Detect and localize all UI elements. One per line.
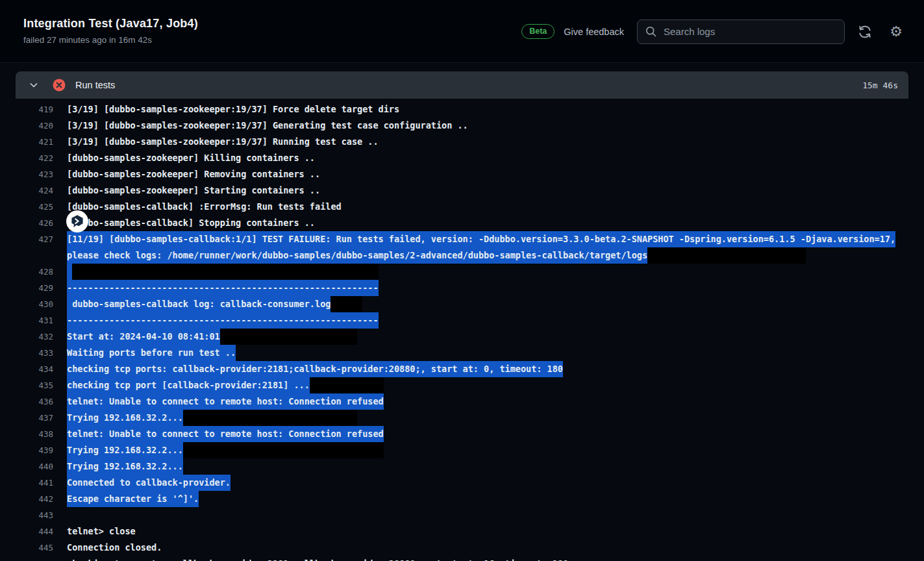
line-number[interactable]: 435 bbox=[0, 377, 53, 393]
line-number[interactable]: 444 bbox=[0, 523, 53, 540]
log-text: Connected to callback-provider. bbox=[53, 475, 924, 491]
line-number[interactable]: 440 bbox=[0, 458, 53, 475]
log-text: [dubbo-samples-callback] :ErrorMsg: Run … bbox=[53, 199, 924, 215]
log-text: Start at: 2024-04-10 08:41:01 bbox=[53, 329, 924, 345]
log-text: checking tcp ports: callback-provider:21… bbox=[53, 361, 924, 377]
search-input[interactable] bbox=[662, 25, 836, 38]
log-line: 427[11/19] [dubbo-samples-callback:1/1] … bbox=[0, 231, 924, 247]
log-text: Trying 192.168.32.2... bbox=[53, 458, 924, 475]
log-lines: 419[3/19] [dubbo-samples-zookeeper:19/37… bbox=[0, 99, 924, 561]
line-number[interactable]: 442 bbox=[0, 491, 53, 507]
log-line: 438telnet: Unable to connect to remote h… bbox=[0, 426, 924, 442]
log-text: checking tcp ports: callback-provider:21… bbox=[53, 556, 924, 561]
line-number[interactable]: 428 bbox=[0, 264, 53, 280]
log-text: Connection closed. bbox=[53, 540, 924, 556]
log-search-box[interactable] bbox=[637, 19, 845, 44]
log-line: 441Connected to callback-provider. bbox=[0, 475, 924, 491]
log-line: 440Trying 192.168.32.2... bbox=[0, 458, 924, 475]
job-status-subtitle: failed 27 minutes ago in 16m 42s bbox=[23, 35, 152, 45]
give-feedback-link[interactable]: Give feedback bbox=[564, 27, 624, 37]
line-number[interactable]: 427 bbox=[0, 231, 53, 247]
line-number[interactable]: 436 bbox=[0, 393, 53, 410]
line-number[interactable]: 432 bbox=[0, 329, 53, 345]
log-line: please check logs: /home/runner/work/dub… bbox=[0, 247, 924, 264]
log-line: 439Trying 192.168.32.2... bbox=[0, 442, 924, 458]
line-number[interactable]: 443 bbox=[0, 507, 53, 523]
line-number[interactable]: 423 bbox=[0, 166, 53, 182]
log-line: 445Connection closed. bbox=[0, 540, 924, 556]
log-line: 432Start at: 2024-04-10 08:41:01 bbox=[0, 329, 924, 345]
line-number[interactable] bbox=[0, 247, 53, 264]
step-header-run-tests[interactable]: Run tests 15m 46s bbox=[16, 71, 908, 99]
log-text: [dubbo-samples-zookeeper] Starting conta… bbox=[53, 182, 924, 199]
log-line: 434checking tcp ports: callback-provider… bbox=[0, 361, 924, 377]
line-number[interactable]: 439 bbox=[0, 442, 53, 458]
step-duration: 15m 46s bbox=[862, 81, 898, 90]
chevron-down-icon[interactable] bbox=[29, 80, 39, 90]
line-number[interactable]: 441 bbox=[0, 475, 53, 491]
line-number[interactable]: 424 bbox=[0, 182, 53, 199]
step-name: Run tests bbox=[75, 80, 115, 90]
log-text: Waiting ports before run test .. bbox=[53, 345, 924, 361]
line-number[interactable]: 421 bbox=[0, 134, 53, 150]
log-text: ----------------------------------------… bbox=[53, 312, 924, 329]
line-number[interactable]: 429 bbox=[0, 280, 53, 296]
log-line: 429-------------------------------------… bbox=[0, 280, 924, 296]
log-line: 443 bbox=[0, 507, 924, 523]
log-line: 419[3/19] [dubbo-samples-zookeeper:19/37… bbox=[0, 101, 924, 118]
sync-icon bbox=[858, 25, 872, 39]
log-text: telnet: Unable to connect to remote host… bbox=[53, 426, 924, 442]
log-text: dubbo-samples-callback log: callback-con… bbox=[53, 296, 924, 312]
line-number[interactable]: 433 bbox=[0, 345, 53, 361]
header-actions: Beta Give feedback ⚙ bbox=[521, 0, 906, 63]
log-text: please check logs: /home/runner/work/dub… bbox=[53, 247, 924, 264]
failed-status-icon bbox=[52, 78, 66, 92]
log-line: 428 bbox=[0, 264, 924, 280]
log-text: [11/19] [dubbo-samples-callback:1/1] TES… bbox=[53, 231, 924, 247]
line-number[interactable]: 426 bbox=[0, 215, 53, 231]
log-line: 437Trying 192.168.32.2... bbox=[0, 410, 924, 426]
line-number[interactable]: 420 bbox=[0, 118, 53, 134]
log-text: [3/19] [dubbo-samples-zookeeper:19/37] G… bbox=[53, 118, 924, 134]
job-header: Integration Test (Java17, Job4) failed 2… bbox=[0, 0, 924, 63]
log-text: checking tcp port [callback-provider:218… bbox=[53, 377, 924, 393]
search-icon bbox=[645, 26, 656, 37]
log-line: 430 dubbo-samples-callback log: callback… bbox=[0, 296, 924, 312]
log-line: 433Waiting ports before run test .. bbox=[0, 345, 924, 361]
log-text: [3/19] [dubbo-samples-zookeeper:19/37] R… bbox=[53, 134, 924, 150]
beta-badge: Beta bbox=[521, 24, 555, 39]
line-number[interactable]: 437 bbox=[0, 410, 53, 426]
log-line: 420[3/19] [dubbo-samples-zookeeper:19/37… bbox=[0, 118, 924, 134]
log-text: telnet: Unable to connect to remote host… bbox=[53, 393, 924, 410]
log-text: ----------------------------------------… bbox=[53, 280, 924, 296]
line-number[interactable]: 434 bbox=[0, 361, 53, 377]
log-text bbox=[53, 264, 924, 280]
log-text: Trying 192.168.32.2... bbox=[53, 442, 924, 458]
settings-button[interactable]: ⚙ bbox=[886, 22, 906, 42]
page-title: Integration Test (Java17, Job4) bbox=[23, 17, 198, 31]
log-line: 421[3/19] [dubbo-samples-zookeeper:19/37… bbox=[0, 134, 924, 150]
line-number[interactable]: 430 bbox=[0, 296, 53, 312]
refresh-logs-button[interactable] bbox=[855, 22, 875, 42]
log-line: 422[dubbo-samples-zookeeper] Killing con… bbox=[0, 150, 924, 166]
line-number[interactable]: 419 bbox=[0, 101, 53, 118]
log-text bbox=[53, 507, 924, 523]
log-line: 426[dubbo-samples-callback] Stopping con… bbox=[0, 215, 924, 231]
line-number[interactable]: 438 bbox=[0, 426, 53, 442]
log-text: [dubbo-samples-zookeeper] Removing conta… bbox=[53, 166, 924, 182]
line-number[interactable]: 446 bbox=[0, 556, 53, 561]
log-line: 425[dubbo-samples-callback] :ErrorMsg: R… bbox=[0, 199, 924, 215]
line-number[interactable]: 445 bbox=[0, 540, 53, 556]
line-number[interactable]: 422 bbox=[0, 150, 53, 166]
line-number[interactable]: 431 bbox=[0, 312, 53, 329]
log-line: 442Escape character is '^]'. bbox=[0, 491, 924, 507]
log-line: 446checking tcp ports: callback-provider… bbox=[0, 556, 924, 561]
gear-icon: ⚙ bbox=[890, 25, 903, 39]
log-text: Escape character is '^]'. bbox=[53, 491, 924, 507]
log-line: 444telnet> close bbox=[0, 523, 924, 540]
log-line: 435checking tcp port [callback-provider:… bbox=[0, 377, 924, 393]
log-text: [3/19] [dubbo-samples-zookeeper:19/37] F… bbox=[53, 101, 924, 118]
log-line: 424[dubbo-samples-zookeeper] Starting co… bbox=[0, 182, 924, 199]
line-number[interactable]: 425 bbox=[0, 199, 53, 215]
log-text: [dubbo-samples-callback] Stopping contai… bbox=[53, 215, 924, 231]
